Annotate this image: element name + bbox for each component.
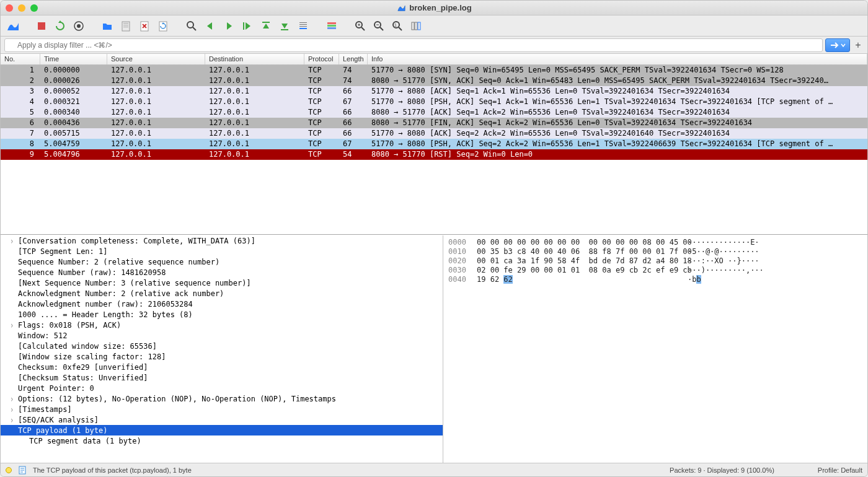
- svg-line-22: [361, 27, 365, 30]
- go-back-icon[interactable]: [203, 19, 218, 33]
- display-filter-input[interactable]: [4, 38, 823, 52]
- go-last-icon[interactable]: [277, 19, 292, 33]
- col-dest-header[interactable]: Destination: [205, 54, 304, 64]
- packet-row[interactable]: 30.000052127.0.0.1127.0.0.1TCP6651770 → …: [1, 86, 867, 97]
- svg-point-2: [77, 24, 81, 28]
- col-no-header[interactable]: No.: [1, 54, 40, 64]
- col-source-header[interactable]: Source: [107, 54, 205, 64]
- zoom-window[interactable]: [30, 4, 38, 12]
- svg-rect-19: [327, 25, 336, 27]
- packet-row[interactable]: 60.000436127.0.0.1127.0.0.1TCP668080 → 5…: [1, 118, 867, 128]
- status-profile[interactable]: Profile: Default: [818, 466, 862, 474]
- go-forward-icon[interactable]: [221, 19, 236, 33]
- tree-node[interactable]: Acknowledgment Number: 2 (relative ack n…: [1, 288, 443, 299]
- tree-node[interactable]: Sequence Number (raw): 1481620958: [1, 267, 443, 278]
- tree-node[interactable]: Checksum: 0xfe29 [unverified]: [1, 362, 443, 372]
- stop-capture-icon[interactable]: [34, 19, 49, 33]
- tree-node[interactable]: [Next Sequence Number: 3 (relative seque…: [1, 278, 443, 288]
- tree-node[interactable]: Window: 512: [1, 330, 443, 341]
- svg-rect-32: [415, 22, 417, 30]
- expert-info-icon[interactable]: [6, 467, 12, 473]
- packet-list[interactable]: 10.000000127.0.0.1127.0.0.1TCP7451770 → …: [1, 65, 867, 235]
- hex-line[interactable]: 001000 35 b3 c8 40 00 40 06 88 f8 7f 00 …: [448, 247, 862, 256]
- restart-capture-icon[interactable]: [53, 19, 68, 33]
- tree-node[interactable]: [Conversation completeness: Complete, WI…: [1, 235, 443, 246]
- packet-row[interactable]: 70.005715127.0.0.1127.0.0.1TCP6651770 → …: [1, 128, 867, 139]
- capture-options-icon[interactable]: [71, 19, 86, 33]
- svg-rect-4: [123, 23, 128, 24]
- colorize-icon[interactable]: [324, 19, 339, 33]
- svg-rect-20: [327, 27, 336, 29]
- svg-rect-12: [262, 22, 270, 23]
- find-packet-icon[interactable]: [184, 19, 199, 33]
- packet-row[interactable]: 40.000321127.0.0.1127.0.0.1TCP6751770 → …: [1, 97, 867, 107]
- svg-text:1: 1: [394, 23, 397, 27]
- packet-row[interactable]: 20.000026127.0.0.1127.0.0.1TCP748080 → 5…: [1, 76, 867, 86]
- svg-rect-15: [299, 24, 307, 25]
- hex-line[interactable]: 002000 01 ca 3a 1f 90 58 4f bd de 7d 87 …: [448, 256, 862, 266]
- svg-rect-14: [299, 22, 307, 23]
- tree-node[interactable]: [Checksum Status: Unverified]: [1, 372, 443, 383]
- tree-node[interactable]: Acknowledgment number (raw): 2106053284: [1, 299, 443, 309]
- capture-file-props-icon[interactable]: [18, 466, 27, 475]
- tree-node[interactable]: [SEQ/ACK analysis]: [1, 414, 443, 425]
- tree-node[interactable]: 1000 .... = Header Length: 32 bytes (8): [1, 309, 443, 320]
- svg-rect-0: [38, 22, 45, 30]
- tree-node[interactable]: [Timestamps]: [1, 404, 443, 414]
- svg-rect-18: [327, 22, 336, 24]
- open-file-icon[interactable]: [100, 19, 115, 33]
- zoom-out-icon[interactable]: [371, 19, 386, 33]
- packet-row[interactable]: 85.004759127.0.0.1127.0.0.1TCP6751770 → …: [1, 139, 867, 149]
- status-packet-counts: Packets: 9 · Displayed: 9 (100.0%): [670, 466, 774, 474]
- tree-node[interactable]: TCP segment data (1 byte): [1, 435, 443, 446]
- packet-row[interactable]: 50.000340127.0.0.1127.0.0.1TCP668080 → 5…: [1, 107, 867, 118]
- zoom-reset-icon[interactable]: 1: [390, 19, 405, 33]
- packet-row[interactable]: 10.000000127.0.0.1127.0.0.1TCP7451770 → …: [1, 65, 867, 76]
- tree-node[interactable]: Urgent Pointer: 0: [1, 383, 443, 393]
- svg-rect-11: [243, 22, 244, 30]
- detail-panes: [Conversation completeness: Complete, WI…: [1, 235, 867, 463]
- resize-columns-icon[interactable]: [409, 19, 423, 33]
- reload-file-icon[interactable]: [156, 19, 170, 33]
- svg-rect-17: [299, 28, 307, 29]
- tree-node[interactable]: [TCP Segment Len: 1]: [1, 246, 443, 256]
- hex-line[interactable]: 003002 00 fe 29 00 00 01 01 08 0a e9 cb …: [448, 266, 862, 275]
- packet-row[interactable]: 95.004796127.0.0.1127.0.0.1TCP548080 → 5…: [1, 149, 867, 160]
- svg-line-10: [193, 27, 196, 30]
- svg-rect-13: [281, 29, 288, 30]
- zoom-in-icon[interactable]: [353, 19, 368, 33]
- hex-line[interactable]: 004019 62 62·bb: [448, 275, 862, 284]
- go-first-icon[interactable]: [259, 19, 273, 33]
- packet-details-tree[interactable]: [Conversation completeness: Complete, WI…: [1, 235, 443, 463]
- wireshark-logo-icon[interactable]: [6, 19, 20, 33]
- go-to-packet-icon[interactable]: [240, 19, 255, 33]
- col-length-header[interactable]: Length: [339, 54, 368, 64]
- tree-node[interactable]: [Calculated window size: 65536]: [1, 341, 443, 351]
- hex-line[interactable]: 000000 00 00 00 00 00 00 00 00 00 00 00 …: [448, 238, 862, 247]
- close-window[interactable]: [6, 4, 13, 12]
- status-hint: The TCP payload of this packet (tcp.payl…: [33, 466, 192, 474]
- display-filter-bar: +: [1, 37, 867, 54]
- save-file-icon[interactable]: [118, 19, 133, 33]
- close-file-icon[interactable]: [137, 19, 152, 33]
- col-time-header[interactable]: Time: [40, 54, 107, 64]
- apply-filter-button[interactable]: [825, 38, 850, 52]
- svg-rect-31: [412, 22, 414, 30]
- auto-scroll-icon[interactable]: [296, 19, 311, 33]
- window-controls: [6, 4, 38, 12]
- packet-bytes-hex[interactable]: 000000 00 00 00 00 00 00 00 00 00 00 00 …: [443, 235, 867, 463]
- tree-node[interactable]: [Window size scaling factor: 128]: [1, 351, 443, 362]
- add-filter-button[interactable]: +: [852, 40, 864, 51]
- main-toolbar: 1: [1, 15, 867, 37]
- minimize-window[interactable]: [18, 4, 25, 12]
- tree-node[interactable]: Sequence Number: 2 (relative sequence nu…: [1, 256, 443, 267]
- svg-line-26: [380, 27, 383, 30]
- tree-node[interactable]: TCP payload (1 byte): [1, 425, 443, 435]
- tree-node[interactable]: Options: (12 bytes), No-Operation (NOP),…: [1, 393, 443, 404]
- status-bar: The TCP payload of this packet (tcp.payl…: [1, 463, 867, 476]
- window-title: broken_pipe.log: [409, 3, 471, 12]
- col-protocol-header[interactable]: Protocol: [304, 54, 339, 64]
- col-info-header[interactable]: Info: [368, 54, 867, 64]
- svg-rect-16: [299, 26, 307, 27]
- tree-node[interactable]: Flags: 0x018 (PSH, ACK): [1, 320, 443, 330]
